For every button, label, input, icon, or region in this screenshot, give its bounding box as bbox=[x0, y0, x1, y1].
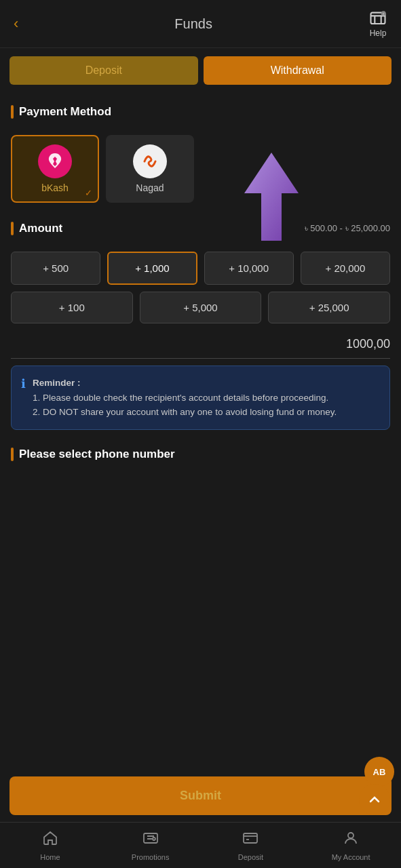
bkash-label: bKash bbox=[41, 182, 69, 193]
nav-deposit-label: Deposit bbox=[238, 853, 263, 861]
amount-section: Amount ৳ 500.00 - ৳ 25,000.00 bbox=[0, 210, 401, 252]
amount-display: 1000,00 bbox=[0, 330, 401, 355]
bottom-nav: Home Promotions Deposit My bbox=[0, 822, 401, 868]
help-icon: ! bbox=[368, 9, 387, 28]
scroll-top-button[interactable] bbox=[359, 784, 390, 815]
nav-promotions[interactable]: Promotions bbox=[100, 826, 201, 865]
phone-title-bar bbox=[11, 448, 14, 461]
home-icon bbox=[42, 830, 58, 850]
phone-title: Please select phone number bbox=[11, 448, 390, 461]
submit-area: Submit bbox=[0, 770, 401, 822]
nagad-label: Nagad bbox=[136, 182, 164, 193]
title-bar-accent bbox=[11, 105, 14, 119]
withdrawal-tab[interactable]: Withdrawal bbox=[204, 56, 392, 85]
payment-method-title: Payment Method bbox=[11, 105, 390, 119]
reminder-line1: 1. Please double check the recipient's a… bbox=[33, 393, 328, 403]
phone-input-area[interactable] bbox=[11, 471, 390, 491]
nagad-logo bbox=[138, 149, 162, 174]
payment-methods-list: bKash ✓ Nagad bbox=[0, 135, 401, 210]
phone-section: Please select phone number bbox=[0, 435, 401, 498]
payment-method-section: Payment Method bbox=[0, 93, 401, 135]
bkash-icon bbox=[38, 144, 72, 178]
amount-btn-1000[interactable]: + 1,000 bbox=[107, 252, 197, 285]
deposit-icon bbox=[242, 830, 259, 850]
info-icon: ℹ bbox=[21, 376, 26, 420]
bkash-logo bbox=[44, 151, 66, 172]
amount-btn-500[interactable]: + 500 bbox=[11, 252, 100, 285]
help-label: Help bbox=[370, 28, 387, 38]
header: ‹ Funds ! Help bbox=[0, 0, 401, 48]
help-button[interactable]: ! Help bbox=[368, 9, 387, 38]
nav-promotions-label: Promotions bbox=[132, 853, 170, 861]
amount-btn-20000[interactable]: + 20,000 bbox=[301, 252, 390, 285]
amount-title: Amount bbox=[11, 222, 62, 235]
amount-range: ৳ 500.00 - ৳ 25,000.00 bbox=[305, 223, 390, 234]
amount-buttons-row2: + 100 + 5,000 + 25,000 bbox=[0, 292, 401, 323]
amount-btn-10000[interactable]: + 10,000 bbox=[204, 252, 294, 285]
reminder-text: Reminder : 1. Please double check the re… bbox=[33, 376, 337, 420]
amount-title-bar bbox=[11, 222, 14, 235]
float-badge[interactable]: AB bbox=[364, 757, 394, 787]
back-button[interactable]: ‹ bbox=[14, 15, 18, 33]
nav-my-account-label: My Account bbox=[332, 853, 370, 861]
nav-home-label: Home bbox=[40, 853, 60, 861]
reminder-box: ℹ Reminder : 1. Please double check the … bbox=[11, 366, 390, 430]
amount-btn-25000[interactable]: + 25,000 bbox=[268, 292, 390, 323]
nagad-icon bbox=[133, 144, 167, 178]
page-title: Funds bbox=[174, 16, 212, 32]
amount-buttons-row1: + 500 + 1,000 + 10,000 + 20,000 bbox=[0, 252, 401, 285]
amount-header: Amount ৳ 500.00 - ৳ 25,000.00 bbox=[11, 222, 390, 235]
promotions-icon bbox=[142, 830, 159, 850]
deposit-tab[interactable]: Deposit bbox=[9, 56, 198, 85]
my-account-icon bbox=[343, 830, 359, 850]
nav-deposit[interactable]: Deposit bbox=[201, 826, 301, 865]
amount-divider bbox=[11, 358, 390, 359]
amount-btn-100[interactable]: + 100 bbox=[11, 292, 133, 323]
bkash-check: ✓ bbox=[85, 188, 92, 198]
nav-home[interactable]: Home bbox=[0, 826, 100, 865]
svg-point-8 bbox=[348, 833, 354, 838]
reminder-title: Reminder : bbox=[33, 378, 81, 388]
reminder-line2: 2. DO NOT share your account with any on… bbox=[33, 407, 337, 417]
bottom-spacer bbox=[0, 498, 401, 566]
nav-my-account[interactable]: My Account bbox=[301, 826, 401, 865]
svg-point-6 bbox=[153, 837, 155, 840]
fund-tabs: Deposit Withdrawal bbox=[0, 48, 401, 93]
svg-rect-7 bbox=[244, 833, 257, 843]
amount-btn-5000[interactable]: + 5,000 bbox=[140, 292, 262, 323]
submit-button[interactable]: Submit bbox=[9, 776, 392, 815]
nagad-payment-card[interactable]: Nagad bbox=[106, 135, 194, 203]
bkash-payment-card[interactable]: bKash ✓ bbox=[11, 135, 99, 203]
chevron-up-icon bbox=[368, 793, 381, 806]
